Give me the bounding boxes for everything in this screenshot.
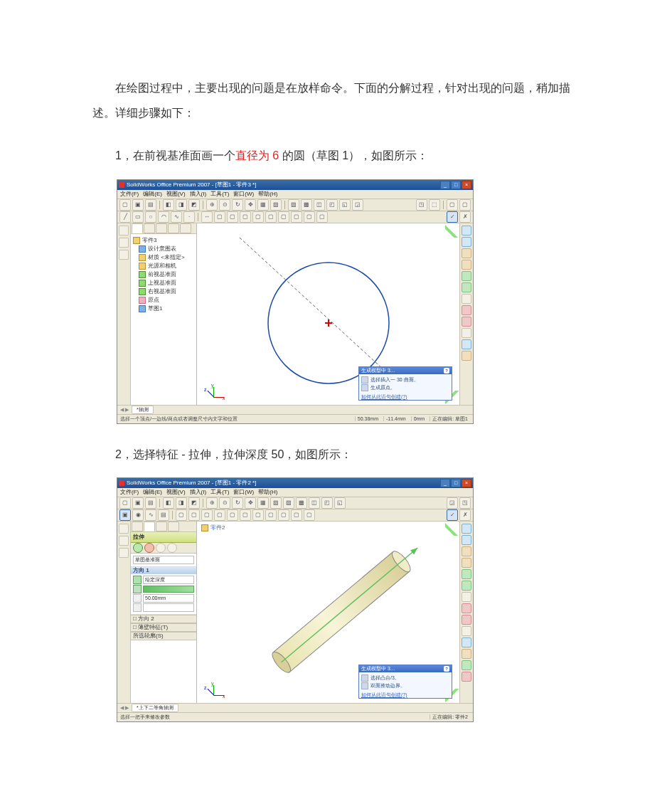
tool-icon[interactable]: ▢ xyxy=(214,211,225,223)
tree-item[interactable]: 设计意图表 xyxy=(133,245,194,253)
tool-icon[interactable]: ▦ xyxy=(257,199,269,211)
pin-icon[interactable] xyxy=(167,543,177,553)
tool-icon[interactable]: ▢ xyxy=(316,211,328,223)
loft-icon[interactable]: ▤ xyxy=(158,509,169,521)
tool-icon[interactable]: ▨ xyxy=(283,497,294,509)
side-tool-icon[interactable] xyxy=(462,339,471,349)
view-zoom-icon[interactable]: ⊕ xyxy=(206,199,218,211)
tab-icon[interactable] xyxy=(168,522,179,531)
revolve-icon[interactable]: ◉ xyxy=(132,509,144,521)
confirm-sketch-icon[interactable]: ✓ xyxy=(447,211,458,223)
tool-icon[interactable]: ▢ xyxy=(240,211,251,223)
tool-icon[interactable]: ◱ xyxy=(339,199,351,211)
tool-icon[interactable]: ◨ xyxy=(176,497,187,509)
tool-icon[interactable]: ▢ xyxy=(278,211,289,223)
graphics-canvas[interactable]: 零件2 xyxy=(197,522,459,703)
open-icon[interactable]: ▣ xyxy=(132,199,144,211)
tool-icon[interactable]: ▢ xyxy=(201,509,213,521)
tree-item[interactable]: 材质 <未指定> xyxy=(133,253,194,262)
property-tab[interactable] xyxy=(144,223,155,233)
popup-link[interactable]: 如何从此语句创建(?) xyxy=(359,393,452,400)
view-rotate-icon[interactable]: ↻ xyxy=(232,497,243,509)
side-tool-icon[interactable] xyxy=(119,548,129,558)
tool-icon[interactable]: ◩ xyxy=(188,497,200,509)
view-fit-icon[interactable]: ⊙ xyxy=(219,199,230,211)
side-tool-icon[interactable] xyxy=(462,282,471,292)
side-tool-icon[interactable] xyxy=(462,226,471,236)
minimize-button[interactable]: _ xyxy=(440,479,450,487)
tab-icon[interactable] xyxy=(168,223,179,233)
tool-icon[interactable]: ◱ xyxy=(334,497,346,509)
side-tool-icon[interactable] xyxy=(462,672,471,682)
sweep-icon[interactable]: ∿ xyxy=(145,509,156,521)
side-tool-icon[interactable] xyxy=(462,649,471,659)
tree-item[interactable]: 上视基准面 xyxy=(133,279,194,287)
confirm-icon[interactable]: ✓ xyxy=(447,509,458,521)
draft-field[interactable] xyxy=(133,603,194,612)
tool-icon[interactable]: ▧ xyxy=(270,497,282,509)
side-tool-icon[interactable] xyxy=(462,294,471,304)
sketch-line-icon[interactable]: ╱ xyxy=(119,211,131,223)
sketch-spline-icon[interactable]: ∿ xyxy=(171,211,182,223)
draft-input[interactable] xyxy=(143,603,194,612)
cancel-icon[interactable]: ✗ xyxy=(459,509,471,521)
selected-contours-section[interactable]: 所选轮廓(S) xyxy=(131,632,196,640)
config-tab[interactable] xyxy=(156,223,167,233)
tool-icon[interactable]: ◰ xyxy=(326,199,338,211)
reverse-direction-icon[interactable] xyxy=(133,576,142,584)
side-tool-icon[interactable] xyxy=(119,226,129,236)
view-pan-icon[interactable]: ✥ xyxy=(245,497,256,509)
tool-icon[interactable]: ◰ xyxy=(321,497,333,509)
tool-icon[interactable]: ◳ xyxy=(416,199,427,211)
tree-item[interactable]: 右视基准面 xyxy=(133,287,194,296)
side-tool-icon[interactable] xyxy=(462,317,471,327)
tool-icon[interactable]: ▢ xyxy=(227,211,238,223)
save-icon[interactable]: ▤ xyxy=(145,497,156,509)
tool-icon[interactable]: ◫ xyxy=(309,497,320,509)
help-icon[interactable]: ? xyxy=(444,368,449,374)
tool-icon[interactable]: ▢ xyxy=(252,509,264,521)
tree-item[interactable]: 前视基准面 xyxy=(133,270,194,279)
side-tool-icon[interactable] xyxy=(462,615,471,625)
popup-row[interactable]: 生成原点。 xyxy=(361,384,449,391)
side-tool-icon[interactable] xyxy=(462,660,471,670)
tool-icon[interactable]: ▢ xyxy=(227,509,238,521)
side-tool-icon[interactable] xyxy=(462,328,471,338)
popup-row[interactable]: 选择凸台/3。 xyxy=(361,674,449,682)
tool-icon[interactable]: ◫ xyxy=(314,199,325,211)
menu-window[interactable]: 窗口(W) xyxy=(233,191,254,197)
end-condition-select[interactable]: 给定深度 xyxy=(143,576,194,584)
popup-link[interactable]: 如何从此语句创建(?) xyxy=(359,692,452,698)
side-tool-icon[interactable] xyxy=(462,260,471,270)
tool-icon[interactable]: ▢ xyxy=(240,509,251,521)
tool-icon[interactable]: ▢ xyxy=(291,509,302,521)
menu-help[interactable]: 帮助(H) xyxy=(258,490,277,495)
tool-icon[interactable]: ◨ xyxy=(176,199,187,211)
tool-icon[interactable]: ▢ xyxy=(252,211,264,223)
new-icon[interactable]: ▢ xyxy=(119,497,131,509)
direction-type-field[interactable]: 给定深度 xyxy=(133,576,194,584)
side-tool-icon[interactable] xyxy=(119,524,129,534)
side-tool-icon[interactable] xyxy=(119,536,129,546)
tab-icon[interactable] xyxy=(180,223,191,233)
menu-edit[interactable]: 编辑(E) xyxy=(143,191,162,197)
popup-row[interactable]: 选择插入一 30 曲面。 xyxy=(361,376,449,383)
tool-icon[interactable]: ▦ xyxy=(257,497,269,509)
tool-icon[interactable]: ▢ xyxy=(265,509,277,521)
graphics-canvas[interactable]: xyz 生成模型中 3…? 选择插入一 30 曲面。 生成原点。 如何从此语句创… xyxy=(197,223,459,405)
side-tool-icon[interactable] xyxy=(462,637,471,647)
cancel-sketch-icon[interactable]: ✗ xyxy=(459,211,471,223)
view-tab[interactable]: *轴测 xyxy=(132,406,154,414)
help-icon[interactable] xyxy=(156,543,166,553)
new-icon[interactable]: ▢ xyxy=(119,199,131,211)
dimension-icon[interactable]: ↔ xyxy=(201,211,213,223)
menu-insert[interactable]: 插入(I) xyxy=(190,191,207,197)
open-icon[interactable]: ▣ xyxy=(132,497,144,509)
side-tool-icon[interactable] xyxy=(462,569,471,579)
view-rotate-icon[interactable]: ↻ xyxy=(232,199,243,211)
close-button[interactable]: × xyxy=(462,181,471,189)
tool-icon[interactable]: ▩ xyxy=(296,497,307,509)
cancel-icon[interactable] xyxy=(144,543,154,553)
menu-edit[interactable]: 编辑(E) xyxy=(143,490,162,495)
side-tool-icon[interactable] xyxy=(462,581,471,591)
